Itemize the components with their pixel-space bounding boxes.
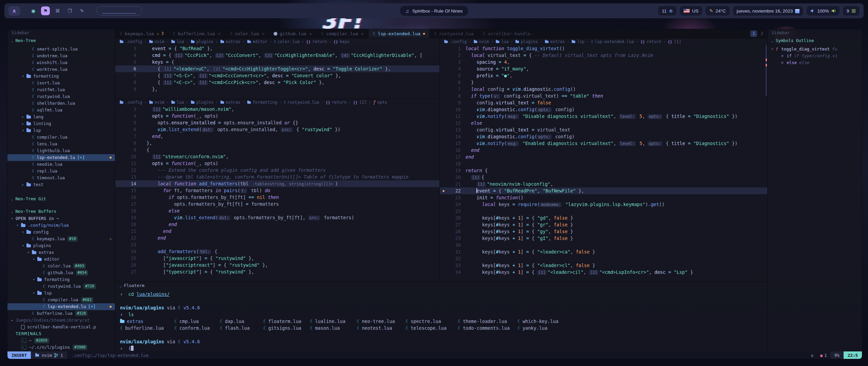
editor-pane-lsp-extended-lua[interactable]: .config›nvim›lua›plugins›extras›lsp›☾lsp… [439, 38, 767, 282]
tree-item-repl.lua[interactable]: ☾repl.lua [7, 168, 115, 175]
widget-volume[interactable]: 100% [807, 6, 840, 16]
tab-color.lua[interactable]: ☾color.lua× [225, 29, 269, 38]
breadcrumb-item-nvim[interactable]: nvim [473, 39, 489, 44]
tabpage-2[interactable]: 2 [758, 30, 765, 37]
section-neotree-git[interactable]: ⌄Neo-Tree Git [7, 195, 115, 203]
breadcrumb-item-return[interactable]: {}return [640, 39, 662, 44]
tree-item-test[interactable]: ▸test [7, 181, 115, 188]
tree-item-~[interactable]: ›_~#2859 [7, 337, 115, 344]
tab-rustywind.lua[interactable]: ☾rustywind.lua [430, 29, 478, 38]
tree-item-timeout.lua[interactable]: ☾timeout.lua [7, 175, 115, 181]
tree-item-shellharden.lua[interactable]: ☾shellharden.lua [7, 100, 115, 107]
tree-item-neodim.lua[interactable]: ☾neodim.lua [7, 161, 115, 168]
tag-pen-icon[interactable]: ✎ [78, 6, 86, 15]
tag-flag-icon[interactable]: ⚑ [41, 6, 50, 15]
tab-lsp-extended.lua[interactable]: ☾lsp-extended.lua● [369, 29, 430, 38]
tree-item-undotree.lua[interactable]: ☾undotree.lua [7, 53, 115, 59]
tree-item-TERMINALS[interactable]: TERMINALS [7, 330, 115, 337]
tree-item-lang[interactable]: ▸lang [7, 114, 115, 120]
outline-item-toggle_diag_virtext[interactable]: ▾ƒtoggle_diag_virtextfu [768, 46, 862, 53]
tree-item-rustfmt.lua[interactable]: ☾rustfmt.lua [7, 86, 115, 93]
tag-dot-icon[interactable]: ◉ [29, 6, 38, 15]
breadcrumb-item-lsp[interactable]: lsp [571, 39, 585, 44]
scrollbar-thumb[interactable] [766, 45, 767, 96]
outline-item-else[interactable]: ◇elseelse [768, 59, 862, 66]
breadcrumb-item-lua[interactable]: lua [171, 39, 184, 44]
tree-item-compiler.lua[interactable]: ☾compiler.lua [7, 134, 115, 141]
tree-item-smart-splits.lua[interactable]: ☾smart-splits.lua [7, 46, 115, 53]
launcher-button[interactable]: ∧ [8, 6, 20, 16]
tree-item-config[interactable]: ▾config [7, 229, 115, 236]
tree-item-bufferline.lua[interactable]: ☾bufferline.lua#328 [7, 310, 115, 317]
tree-item-winshift.lua[interactable]: ☾winshift.lua [7, 59, 115, 66]
breadcrumb-item-.config[interactable]: .config [119, 100, 142, 105]
tree-item-scrollbar-handle-vertical.p[interactable]: scrollbar-handle-vertical.p [7, 324, 115, 330]
breadcrumb-item-[1][interactable]: {}[1] [668, 39, 682, 44]
floaterm-panel[interactable]: ⌄Floaterm › cd lua/plugins/nvim/lua/plug… [115, 282, 767, 351]
tab-bufferline.lua[interactable]: ☾bufferline.lua× [169, 29, 225, 38]
tree-item-plugins[interactable]: ▾plugins [7, 242, 115, 249]
tree-item-lsp-extended.lu[interactable]: ☾lsp-extended.lu[+]● [7, 154, 115, 161]
breadcrumb-item-lua[interactable]: lua [171, 100, 184, 105]
section-neotree[interactable]: ⌄Neo-Tree [7, 37, 115, 44]
widget-temperature[interactable]: ✎ 24°C [706, 6, 729, 16]
breadcrumb-item-return[interactable]: {}return [326, 100, 347, 105]
taskbar-item[interactable]: ____________ [97, 6, 142, 16]
breadcrumb-item-extras[interactable]: extras [220, 39, 240, 44]
tree-item-extras[interactable]: ▾extras [7, 249, 115, 256]
breadcrumb-item-editor[interactable]: editor [247, 39, 267, 44]
tag-win-icon[interactable]: ❐ [65, 6, 74, 15]
tree-item-lsp[interactable]: ▾lsp [7, 127, 115, 134]
outline-sidebar[interactable]: Sidebar ⌄Symbols Outline ▾ƒtoggle_diag_v… [767, 29, 862, 351]
tab-keymaps.lua[interactable]: ☾keymaps.lua⚠ 3 [115, 29, 169, 38]
breadcrumb-item-.config[interactable]: .config [119, 39, 142, 44]
breadcrumb-item-keys[interactable]: {}keys [334, 39, 350, 44]
music-widget[interactable]: ♫ Spiritbox - Rule Of Nines [400, 6, 468, 16]
breadcrumb-item-color.lua[interactable]: ☾color.lua [274, 39, 300, 44]
tree-item-sqlfmt.lua[interactable]: ☾sqlfmt.lua [7, 107, 115, 114]
widget-keyboard-layout[interactable]: US [680, 6, 702, 16]
breadcrumb-item-lua[interactable]: lua [495, 39, 509, 44]
tab-scrollbar-handle-[interactable]: ☾scrollbar-handle- [478, 29, 538, 38]
tree-item-OPEN BUFFERS in ~[interactable]: ▾OPEN BUFFERS in ~ [7, 215, 115, 222]
breadcrumb-item-nvim[interactable]: nvim [149, 39, 164, 44]
widget-date[interactable]: jueves, noviembre 16, 2023 [733, 6, 804, 16]
breadcrumb-item-[2][interactable]: {}[2] [353, 100, 367, 105]
close-icon[interactable]: × [309, 31, 312, 36]
breadcrumb-item-lsp-extended.lua[interactable]: ☾lsp-extended.lua [591, 39, 634, 44]
section-symbols-outline[interactable]: ⌄Symbols Outline [768, 37, 862, 44]
tree-item-Juegos/Indies/SteamLibrary/st[interactable]: ▸Juegos/Indies/SteamLibrary/st [7, 317, 115, 324]
breadcrumb-item-extras[interactable]: extras [220, 100, 240, 105]
tabpage-1[interactable]: 1 [750, 30, 757, 37]
breadcrumb-item-opts[interactable]: ƒopts [373, 100, 387, 105]
outline-item-if[interactable]: ◇ifif type(config.vi [768, 53, 862, 59]
editor-pane-rustywind-lua[interactable]: .config›nvim›lua›plugins›extras›formatti… [115, 99, 439, 282]
tree-item-keymaps.lua[interactable]: ☾keymaps.lua#10⚠ [7, 236, 115, 242]
tree-item-editor[interactable]: ▾editor [7, 256, 115, 263]
scrollbar[interactable] [766, 45, 767, 282]
breadcrumb-item-extras[interactable]: extras [545, 39, 565, 44]
close-icon[interactable]: × [218, 31, 221, 36]
widget-grid[interactable]: 9 ⊞ [843, 6, 860, 16]
breadcrumb-item-plugins[interactable]: plugins [191, 39, 214, 44]
tree-item-linting[interactable]: ▸linting [7, 120, 115, 127]
tag-cmd-icon[interactable]: ⌘ [53, 6, 62, 15]
section-neotree-buffers[interactable]: ⌄Neo-Tree Buffers [7, 207, 115, 215]
tree-item-color.lua[interactable]: ☾color.lua#493 [7, 263, 115, 269]
tree-item-.config/nvim/lua[interactable]: ▾.config/nvim/lua [7, 222, 115, 229]
tree-item-isort.lua[interactable]: ☾isort.lua [7, 80, 115, 86]
tree-item-formatting[interactable]: ▾formatting [7, 276, 115, 283]
tree-item-lsp-extended.lu[interactable]: ☾lsp-extended.lu[+]● [7, 303, 115, 310]
breadcrumb-item-.config[interactable]: .config [444, 39, 467, 44]
widget-updates[interactable]: 11 ⊕ [658, 6, 676, 16]
editor-pane-color-lua[interactable]: .config›nvim›lua›plugins›extras›editor›☾… [115, 38, 439, 99]
breadcrumb-item-return[interactable]: {}return [306, 39, 327, 44]
tree-item-rustywind.lua[interactable]: ☾rustywind.lua#726 [7, 283, 115, 290]
tree-item-github.lua[interactable]: ☾github.lua#654 [7, 269, 115, 276]
tree-item-lsp[interactable]: ▾lsp [7, 290, 115, 297]
breadcrumb-item-formatting[interactable]: formatting [247, 100, 277, 105]
tree-item-formatting[interactable]: ▾formatting [7, 73, 115, 80]
tree-item-compiler.lua[interactable]: ☾compiler.lua#682 [7, 297, 115, 303]
neotree-sidebar[interactable]: Sidebar ⌄Neo-Tree ☾smart-splits.lua☾undo… [7, 29, 115, 351]
close-icon[interactable]: × [361, 31, 364, 36]
